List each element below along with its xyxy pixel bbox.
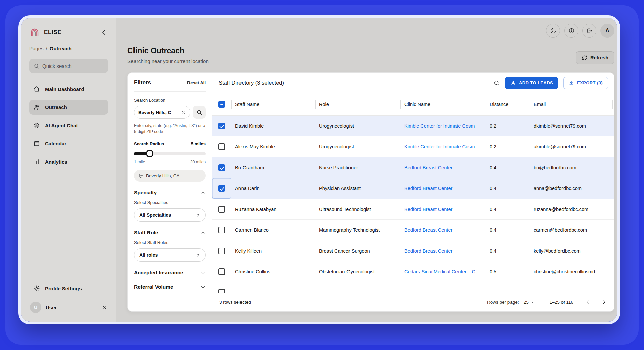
directory-title: Staff Directory (3 selected) [219,80,284,86]
sidebar-collapse-icon[interactable] [100,28,108,36]
referral-volume-section-header[interactable]: Referral Volume [134,284,206,290]
page-title: Clinic Outreach [127,46,209,55]
chart-icon [33,158,40,165]
radius-max-label: 20 miles [190,160,206,164]
user-name: User [46,305,57,310]
next-page-button[interactable] [601,299,607,305]
row-checkbox[interactable] [218,268,225,275]
radius-slider[interactable] [134,150,206,157]
email-cell: christine@christinecollinsmd... [530,269,614,274]
sidebar-item-ai-agent-chat[interactable]: AI Agent Chat [29,118,108,133]
sidebar-item-main-dashboard[interactable]: Main Dashboard [29,82,108,96]
row-checkbox[interactable] [218,164,225,171]
table-search-icon[interactable] [493,80,500,86]
sidebar-item-calendar[interactable]: Calendar [29,136,108,151]
sidebar-bottom: Profile Settings U User [29,281,108,313]
staff-roles-select[interactable]: All roles [134,248,206,262]
rows-per-page-select[interactable]: 25 [524,300,535,305]
accepted-insurance-section-header[interactable]: Accepted Insurance [134,270,206,276]
chip-icon [33,122,40,129]
previous-page-button[interactable] [585,299,591,305]
row-checkbox[interactable] [218,227,225,233]
clear-location-icon[interactable] [181,110,186,115]
distance-cell: 0.2 [486,144,530,149]
role-cell: Urogynecologist [315,144,400,149]
table-row[interactable]: Bri Grantham Nurse Practitioner Bedford … [212,157,614,178]
calendar-icon [33,140,40,147]
staff-name-cell: Christine Collins [231,269,315,274]
app-window: ELISE Pages / Outreach Quick search Main… [18,15,620,324]
clinic-link[interactable]: Bedford Breast Center [400,227,486,233]
table-row[interactable]: Alexis May Kimble Urogynecologist Kimble… [212,136,614,157]
row-checkbox[interactable] [218,185,225,192]
clinic-link[interactable]: Bedford Breast Center [400,165,486,170]
specialties-select[interactable]: All Specialties [134,208,206,222]
column-header-role[interactable]: Role [315,99,400,110]
refresh-button[interactable]: Refresh [576,51,614,64]
distance-cell: 0.4 [486,186,530,191]
staff-roles-select-value: All roles [139,252,158,258]
clinic-link[interactable]: Bedford Breast Center [400,248,486,254]
sidebar: ELISE Pages / Outreach Quick search Main… [21,18,116,322]
staff-role-section-header[interactable]: Staff Role [134,230,206,236]
accepted-insurance-title: Accepted Insurance [134,270,183,276]
staff-name-cell: Ruzanna Katabyan [231,207,315,212]
clinic-link[interactable]: Cedars-Sinai Medical Center – C [400,269,486,274]
sidebar-item-outreach[interactable]: Outreach [29,100,108,115]
select-all-checkbox[interactable] [218,101,225,108]
row-checkbox[interactable] [218,206,225,213]
breadcrumb: Pages / Outreach [29,46,108,51]
content-card: Filters Reset All Search Location Beverl… [127,72,614,312]
table-row[interactable]: Kelly Killeen Breast Cancer Surgeon Bedf… [212,240,614,261]
logout-button[interactable] [582,24,596,38]
breadcrumb-root[interactable]: Pages [29,46,44,51]
account-avatar[interactable]: A [600,24,614,38]
users-icon [33,104,40,111]
column-header-staff-name[interactable]: Staff Name [231,99,315,110]
location-chip[interactable]: Beverly Hills, CA [134,170,206,182]
export-button[interactable]: EXPORT (3) [563,77,608,89]
email-cell: akimble@sonnet79.com [530,144,614,149]
row-checkbox[interactable] [218,123,225,129]
page-title-block: Clinic Outreach Searching near your curr… [127,46,209,64]
row-checkbox[interactable] [218,248,225,254]
sidebar-item-label: Calendar [45,141,66,146]
table-row[interactable]: Anna Darin Physician Assistant Bedford B… [212,178,614,199]
email-cell: bri@bedfordbc.com [530,165,614,170]
row-checkbox[interactable] [218,143,225,150]
role-cell: Obstetrician-Gynecologist [315,269,400,274]
column-header-clinic-name[interactable]: Clinic Name [400,99,486,110]
table-row[interactable]: Carmen Blanco Mammography Technologist B… [212,220,614,240]
table-row[interactable]: Christine Collins Obstetrician-Gynecolog… [212,261,614,282]
location-search-button[interactable] [193,106,206,119]
clinic-link[interactable]: Kimble Center for Intimate Cosm [400,144,486,149]
clinic-link[interactable]: Bedford Breast Center [400,207,486,212]
quick-search-input[interactable]: Quick search [29,59,108,73]
email-cell: kelly@bedfordbc.com [530,248,614,254]
add-to-leads-button[interactable]: ADD TO LEADS [505,77,558,89]
info-button[interactable] [564,24,578,38]
clinic-link[interactable]: Kimble Center for Intimate Cosm [400,123,486,129]
table-row[interactable]: David Kimble Urogynecologist Kimble Cent… [212,116,614,136]
user-avatar: U [30,302,41,313]
refresh-label: Refresh [590,55,608,60]
reset-all-button[interactable]: Reset All [187,80,206,85]
location-input[interactable]: Beverly Hills, C [134,106,190,119]
dark-mode-button[interactable] [546,24,560,38]
sidebar-item-profile-settings[interactable]: Profile Settings [29,281,108,295]
close-icon[interactable] [101,304,107,310]
breadcrumb-separator: / [46,46,47,51]
column-header-email[interactable]: Email [530,99,614,110]
column-header-distance[interactable]: Distance [486,99,530,110]
specialty-section-header[interactable]: Specialty [134,190,206,196]
table-row[interactable]: Ruzanna Katabyan Ultrasound Technologist… [212,199,614,220]
staff-name-cell: Carmen Blanco [231,227,315,233]
row-checkbox[interactable] [218,289,225,293]
row-checkbox-cell [212,157,231,178]
sidebar-item-analytics[interactable]: Analytics [29,154,108,169]
clinic-link[interactable]: Bedford Breast Center [400,186,486,191]
user-row: U User [29,302,108,313]
chevron-up-icon [200,230,206,235]
slider-thumb[interactable] [146,150,153,157]
email-cell: carmen@bedfordbc.com [530,227,614,233]
